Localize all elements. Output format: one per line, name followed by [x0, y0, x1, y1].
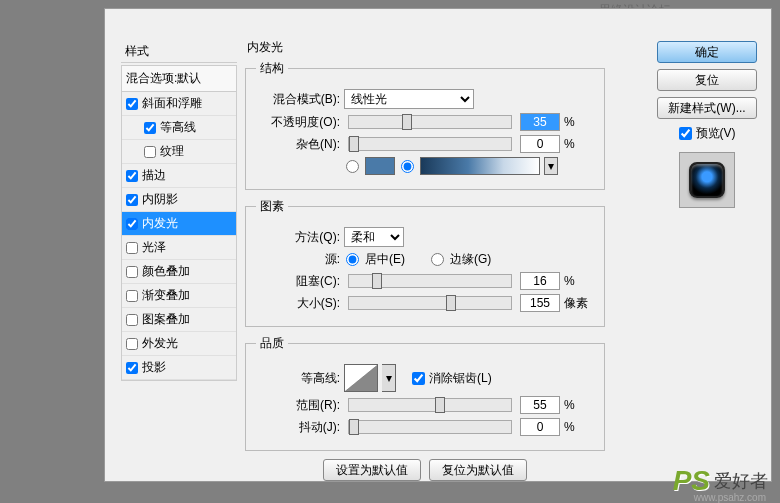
elements-legend: 图素: [256, 198, 288, 215]
panel-title: 内发光: [245, 39, 605, 56]
range-label: 范围(R):: [256, 397, 340, 414]
source-label: 源:: [256, 251, 340, 268]
style-item-8[interactable]: 渐变叠加: [122, 284, 236, 308]
size-slider[interactable]: [348, 296, 512, 310]
style-checkbox[interactable]: [144, 122, 156, 134]
style-item-label: 图案叠加: [142, 311, 190, 328]
jitter-input[interactable]: [520, 418, 560, 436]
color-swatch[interactable]: [365, 157, 395, 175]
preview-lens-icon: [689, 162, 725, 198]
opacity-unit: %: [564, 115, 594, 129]
style-item-label: 颜色叠加: [142, 263, 190, 280]
ok-button[interactable]: 确定: [657, 41, 757, 63]
cancel-button[interactable]: 复位: [657, 69, 757, 91]
noise-slider[interactable]: [348, 137, 512, 151]
opacity-input[interactable]: [520, 113, 560, 131]
range-unit: %: [564, 398, 594, 412]
contour-label: 等高线:: [256, 370, 340, 387]
jitter-unit: %: [564, 420, 594, 434]
size-input[interactable]: [520, 294, 560, 312]
style-item-11[interactable]: 投影: [122, 356, 236, 380]
opacity-label: 不透明度(O):: [256, 114, 340, 131]
style-checkbox[interactable]: [126, 314, 138, 326]
style-item-label: 等高线: [160, 119, 196, 136]
style-item-label: 纹理: [160, 143, 184, 160]
style-item-7[interactable]: 颜色叠加: [122, 260, 236, 284]
source-center-label: 居中(E): [365, 251, 405, 268]
style-item-label: 光泽: [142, 239, 166, 256]
preview-thumbnail: [679, 152, 735, 208]
jitter-label: 抖动(J):: [256, 419, 340, 436]
right-buttons: 确定 复位 新建样式(W)... 预览(V): [657, 41, 757, 208]
style-checkbox[interactable]: [126, 218, 138, 230]
structure-legend: 结构: [256, 60, 288, 77]
style-item-label: 投影: [142, 359, 166, 376]
source-edge-radio[interactable]: [431, 253, 444, 266]
color-radio-solid[interactable]: [346, 160, 359, 173]
blend-mode-label: 混合模式(B):: [256, 91, 340, 108]
style-item-10[interactable]: 外发光: [122, 332, 236, 356]
styles-title: 样式: [121, 41, 237, 63]
gradient-swatch[interactable]: [420, 157, 540, 175]
style-item-1[interactable]: 等高线: [122, 116, 236, 140]
contour-dropdown-icon[interactable]: ▾: [382, 364, 396, 392]
range-input[interactable]: [520, 396, 560, 414]
preview-checkbox[interactable]: [679, 127, 692, 140]
color-radio-gradient[interactable]: [401, 160, 414, 173]
style-item-3[interactable]: 描边: [122, 164, 236, 188]
style-checkbox[interactable]: [126, 170, 138, 182]
quality-legend: 品质: [256, 335, 288, 352]
choke-input[interactable]: [520, 272, 560, 290]
style-checkbox[interactable]: [126, 194, 138, 206]
style-item-6[interactable]: 光泽: [122, 236, 236, 260]
style-checkbox[interactable]: [126, 98, 138, 110]
choke-label: 阻塞(C):: [256, 273, 340, 290]
antialias-checkbox[interactable]: [412, 372, 425, 385]
gradient-dropdown-icon[interactable]: ▾: [544, 157, 558, 175]
style-checkbox[interactable]: [126, 338, 138, 350]
technique-label: 方法(Q):: [256, 229, 340, 246]
choke-unit: %: [564, 274, 594, 288]
style-item-9[interactable]: 图案叠加: [122, 308, 236, 332]
style-checkbox[interactable]: [126, 362, 138, 374]
style-item-label: 内发光: [142, 215, 178, 232]
antialias-label: 消除锯齿(L): [429, 370, 492, 387]
style-checkbox[interactable]: [126, 290, 138, 302]
style-checkbox[interactable]: [126, 266, 138, 278]
range-slider[interactable]: [348, 398, 512, 412]
style-item-label: 内阴影: [142, 191, 178, 208]
quality-group: 品质 等高线: ▾ 消除锯齿(L) 范围(R): % 抖动(J): %: [245, 335, 605, 451]
new-style-button[interactable]: 新建样式(W)...: [657, 97, 757, 119]
noise-unit: %: [564, 137, 594, 151]
style-item-0[interactable]: 斜面和浮雕: [122, 92, 236, 116]
footer-cn: 爱好者: [714, 469, 768, 493]
blend-options-row[interactable]: 混合选项:默认: [121, 65, 237, 92]
source-center-radio[interactable]: [346, 253, 359, 266]
structure-group: 结构 混合模式(B): 线性光 不透明度(O): % 杂色(N): %: [245, 60, 605, 190]
style-item-label: 外发光: [142, 335, 178, 352]
style-checkbox[interactable]: [126, 242, 138, 254]
noise-label: 杂色(N):: [256, 136, 340, 153]
contour-swatch[interactable]: [344, 364, 378, 392]
style-item-2[interactable]: 纹理: [122, 140, 236, 164]
set-default-button[interactable]: 设置为默认值: [323, 459, 421, 481]
blend-mode-select[interactable]: 线性光: [344, 89, 474, 109]
choke-slider[interactable]: [348, 274, 512, 288]
inner-glow-panel: 内发光 结构 混合模式(B): 线性光 不透明度(O): % 杂色(N): %: [245, 39, 605, 487]
style-checkbox[interactable]: [144, 146, 156, 158]
jitter-slider[interactable]: [348, 420, 512, 434]
style-item-label: 斜面和浮雕: [142, 95, 202, 112]
style-item-5[interactable]: 内发光: [122, 212, 236, 236]
source-edge-label: 边缘(G): [450, 251, 491, 268]
technique-select[interactable]: 柔和: [344, 227, 404, 247]
footer-url: www.psahz.com: [694, 492, 766, 503]
style-item-label: 渐变叠加: [142, 287, 190, 304]
size-unit: 像素: [564, 295, 594, 312]
size-label: 大小(S):: [256, 295, 340, 312]
layer-style-dialog: 样式 混合选项:默认 斜面和浮雕等高线纹理描边内阴影内发光光泽颜色叠加渐变叠加图…: [104, 8, 772, 482]
opacity-slider[interactable]: [348, 115, 512, 129]
preview-label: 预览(V): [696, 125, 736, 142]
style-item-4[interactable]: 内阴影: [122, 188, 236, 212]
noise-input[interactable]: [520, 135, 560, 153]
reset-default-button[interactable]: 复位为默认值: [429, 459, 527, 481]
